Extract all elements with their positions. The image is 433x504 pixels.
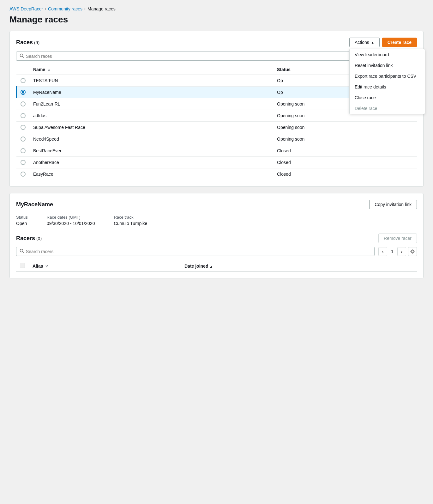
header-checkbox[interactable] <box>20 263 25 268</box>
race-dates-value: 09/30/2020 - 10/01/2020 <box>47 221 95 226</box>
table-row[interactable]: AnotherRaceClosed <box>16 157 417 168</box>
remove-racer-button[interactable]: Remove racer <box>378 234 417 243</box>
radio-button[interactable] <box>21 172 26 177</box>
race-status-cell: Closed <box>273 168 417 180</box>
breadcrumb-deepracer[interactable]: AWS DeepRacer <box>9 6 43 11</box>
race-status-cell: Opening soon <box>273 133 417 145</box>
actions-up-arrow: ▲ <box>371 41 374 44</box>
actions-dropdown-menu: View leaderboard Reset invitation link E… <box>349 49 425 114</box>
radio-cell[interactable] <box>16 133 29 145</box>
radio-button[interactable] <box>21 160 26 165</box>
radio-button[interactable] <box>21 137 26 142</box>
copy-invitation-button[interactable]: Copy invitation link <box>369 200 417 209</box>
date-joined-sort-icon: ▲ <box>209 264 213 268</box>
search-icon <box>20 53 24 59</box>
alias-sort-icon: ▽ <box>45 264 48 268</box>
race-name-cell: Supa Awesome Fast Race <box>29 122 273 133</box>
racers-title: Racers <box>16 235 35 241</box>
racers-count: (0) <box>36 236 42 241</box>
racers-controls: ‹ 1 › <box>16 247 417 256</box>
name-sort-icon: ▽ <box>48 68 50 72</box>
menu-item-close-race[interactable]: Close race <box>350 92 425 103</box>
col-alias[interactable]: Alias ▽ <box>29 260 181 272</box>
actions-button[interactable]: Actions ▲ <box>349 38 380 47</box>
race-name-cell: AnotherRace <box>29 157 273 168</box>
breadcrumb-sep1: › <box>45 7 46 11</box>
menu-item-export-csv[interactable]: Export race participants to CSV <box>350 71 425 82</box>
radio-button[interactable] <box>21 148 26 153</box>
create-race-button[interactable]: Create race <box>382 38 417 47</box>
menu-item-edit-details[interactable]: Edit race details <box>350 82 425 92</box>
races-actions-group: Actions ▲ View leaderboard Reset invitat… <box>349 38 417 47</box>
status-label: Status <box>16 215 28 220</box>
menu-item-view-leaderboard[interactable]: View leaderboard <box>350 49 425 60</box>
races-card-header: Races (9) Actions ▲ View leaderboard Res… <box>16 38 417 47</box>
race-status-cell: Closed <box>273 145 417 157</box>
radio-cell[interactable] <box>16 168 29 180</box>
races-card-title: Races (9) <box>16 39 39 46</box>
meta-race-track: Race track Cumulo Turnpike <box>114 215 147 226</box>
radio-cell[interactable] <box>16 75 29 86</box>
radio-button[interactable] <box>21 78 26 83</box>
table-settings-button[interactable] <box>408 247 417 256</box>
radio-cell[interactable] <box>17 87 29 98</box>
table-row[interactable]: Need4SpeedOpening soon <box>16 133 417 145</box>
table-row[interactable]: Supa Awesome Fast RaceOpening soon <box>16 122 417 133</box>
races-title-label: Races <box>16 39 33 46</box>
race-track-value: Cumulo Turnpike <box>114 221 147 226</box>
races-card: Races (9) Actions ▲ View leaderboard Res… <box>9 31 424 187</box>
menu-item-reset-invitation[interactable]: Reset invitation link <box>350 60 425 71</box>
pagination: ‹ 1 › <box>378 247 417 256</box>
racers-header: Racers (0) Remove racer <box>16 234 417 243</box>
actions-label: Actions <box>355 40 369 45</box>
prev-page-button[interactable]: ‹ <box>378 247 387 256</box>
race-name-cell: MyRaceName <box>29 87 273 98</box>
col-racers-select <box>16 260 29 272</box>
current-page: 1 <box>389 249 395 254</box>
actions-dropdown-container: Actions ▲ View leaderboard Reset invitat… <box>349 38 380 47</box>
breadcrumb-sep2: › <box>84 7 86 11</box>
race-name-cell: adfdas <box>29 110 273 122</box>
race-name-cell: Fun2LearnRL <box>29 98 273 110</box>
meta-status: Status Open <box>16 215 28 226</box>
menu-item-delete-race[interactable]: Delete race <box>350 103 425 114</box>
radio-cell[interactable] <box>16 157 29 168</box>
meta-race-dates: Race dates (GMT) 09/30/2020 - 10/01/2020 <box>47 215 95 226</box>
racers-title-group: Racers (0) <box>16 235 42 242</box>
table-row[interactable]: BestRaceEverClosed <box>16 145 417 157</box>
racers-table-header: Alias ▽ Date joined ▲ <box>16 260 417 272</box>
detail-header: MyRaceName Copy invitation link <box>16 200 417 209</box>
detail-card: MyRaceName Copy invitation link Status O… <box>9 193 424 278</box>
next-page-button[interactable]: › <box>397 247 406 256</box>
col-select <box>16 64 29 75</box>
col-date-joined[interactable]: Date joined ▲ <box>181 260 417 272</box>
racers-search-input[interactable] <box>26 249 371 254</box>
svg-point-4 <box>412 251 413 252</box>
radio-button[interactable] <box>21 90 26 95</box>
radio-cell[interactable] <box>16 110 29 121</box>
racers-search-box[interactable] <box>16 247 375 256</box>
race-status-cell: Closed <box>273 157 417 168</box>
racers-table: Alias ▽ Date joined ▲ <box>16 260 417 272</box>
race-name-cell: BestRaceEver <box>29 145 273 157</box>
race-name-cell: TESTSrFUN <box>29 75 273 87</box>
col-name[interactable]: Name ▽ <box>29 64 273 75</box>
radio-cell[interactable] <box>16 122 29 133</box>
page-title: Manage races <box>9 15 424 25</box>
breadcrumb-community-races[interactable]: Community races <box>48 6 82 11</box>
racers-search-icon <box>20 249 24 254</box>
svg-line-1 <box>23 57 24 58</box>
race-name-cell: Need4Speed <box>29 133 273 145</box>
radio-button[interactable] <box>21 101 26 106</box>
radio-button[interactable] <box>21 113 26 118</box>
status-value: Open <box>16 221 28 226</box>
breadcrumb: AWS DeepRacer › Community races › Manage… <box>9 6 424 11</box>
radio-cell[interactable] <box>16 98 29 110</box>
table-row[interactable]: EasyRaceClosed <box>16 168 417 180</box>
radio-cell[interactable] <box>16 145 29 156</box>
breadcrumb-manage-races: Manage races <box>87 6 116 11</box>
race-name-cell: EasyRace <box>29 168 273 180</box>
race-status-cell: Opening soon <box>273 122 417 133</box>
radio-button[interactable] <box>21 125 26 130</box>
race-track-label: Race track <box>114 215 147 220</box>
